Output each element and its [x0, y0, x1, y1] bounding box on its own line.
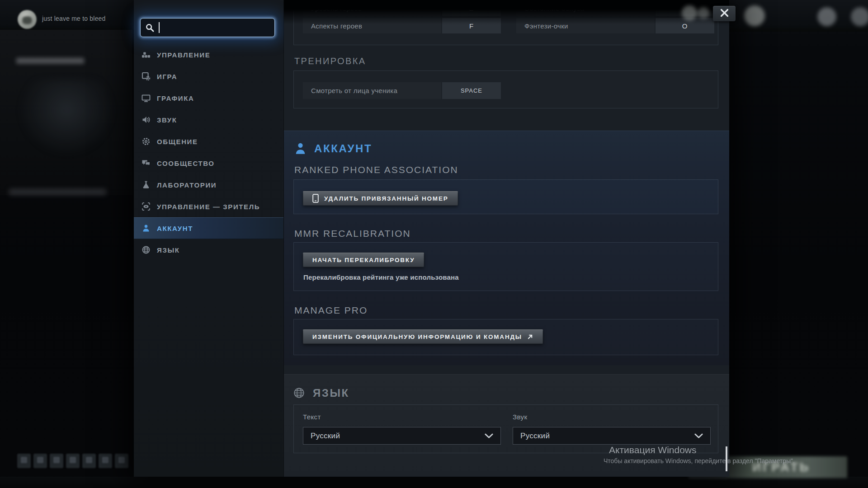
sidebar-item-label: ЗВУК — [157, 116, 177, 124]
search-icon — [145, 23, 155, 33]
search-box[interactable] — [140, 18, 275, 37]
sidebar-item-video[interactable]: ГРАФИКА — [134, 87, 283, 109]
account-section-header: АККАУНТ — [295, 142, 372, 155]
sidebar-item-label: ОБЩЕНИЕ — [157, 138, 198, 145]
sidebar-item-spectator[interactable]: УПРАВЛЕНИЕ — ЗРИТЕЛЬ — [134, 196, 283, 217]
close-icon — [720, 9, 729, 19]
globe-icon — [142, 245, 151, 254]
mmr-header: MMR RECALIBRATION — [294, 228, 411, 239]
hero-showcase — [0, 30, 132, 195]
sidebar-item-label: СООБЩЕСТВО — [157, 160, 215, 167]
windows-activation-title: Активация Windows — [609, 445, 697, 455]
audio-language-dropdown[interactable]: Русский — [513, 427, 711, 445]
speaker-icon — [142, 115, 151, 124]
manage-pro-header: MANAGE PRO — [294, 305, 368, 316]
chat-icon — [142, 159, 151, 168]
phone-icon — [312, 194, 319, 203]
status-text: just leave me to bleed — [42, 15, 106, 22]
flask-icon — [142, 180, 151, 189]
sidebar-item-game[interactable]: ИГРА — [134, 66, 283, 87]
hotkey-label: Фэнтези-очки — [516, 18, 655, 33]
person-icon — [142, 224, 151, 233]
chevron-down-icon — [694, 433, 703, 439]
remove-phone-button[interactable]: УДАЛИТЬ ПРИВЯЗАННЫЙ НОМЕР — [303, 191, 458, 206]
hotkey-binding[interactable]: O — [656, 18, 714, 33]
background-blob — [698, 7, 709, 19]
sidebar-item-label: ЯЗЫК — [157, 246, 179, 254]
sidebar-item-account[interactable]: АККАУНТ — [134, 217, 283, 239]
person-icon — [295, 142, 306, 155]
hotkey-binding[interactable]: F — [442, 18, 501, 33]
close-button[interactable] — [713, 6, 736, 21]
game-icon — [142, 72, 151, 81]
sidebar-item-language[interactable]: ЯЗЫК — [134, 239, 283, 261]
sidebar-item-label: ГРАФИКА — [157, 94, 194, 102]
text-language-dropdown[interactable]: Русский — [303, 427, 501, 445]
language-section-header: ЯЗЫК — [293, 386, 349, 399]
ranked-phone-header: RANKED PHONE ASSOCIATION — [294, 164, 458, 175]
hotkey-label: Состояние бонуса — [516, 0, 655, 16]
training-panel: Смотреть от лица ученика SPACE — [293, 70, 718, 108]
hotkey-binding[interactable]: SPACE — [442, 82, 501, 99]
mmr-panel: НАЧАТЬ ПЕРЕКАЛИБРОВКУ Перекалибровка рей… — [293, 242, 718, 291]
background-blob — [851, 7, 868, 26]
background-bottom-strip — [0, 477, 868, 488]
sidebar-item-label: УПРАВЛЕНИЕ — [157, 51, 210, 59]
training-header: ТРЕНИРОВКА — [294, 56, 366, 66]
gear-icon — [142, 137, 151, 146]
background-blob — [817, 7, 836, 26]
sidebar-item-label: ЛАБОРАТОРИИ — [157, 181, 217, 189]
sidebar-item-label: УПРАВЛЕНИЕ — ЗРИТЕЛЬ — [157, 203, 260, 211]
spectator-eye-icon — [142, 202, 151, 211]
chevron-down-icon — [485, 433, 493, 439]
hotkey-label: Уровень героев — [303, 0, 441, 16]
hotkey-label: Смотреть от лица ученика — [303, 82, 441, 99]
manage-pro-panel: ИЗМЕНИТЬ ОФИЦИАЛЬНУЮ ИНФОРМАЦИЮ И КОМАНД… — [293, 319, 718, 355]
sidebar-item-communication[interactable]: ОБЩЕНИЕ — [134, 131, 283, 152]
text-language-label: Текст — [303, 413, 321, 421]
search-input[interactable] — [160, 19, 270, 37]
settings-content: АККАУНТ RANKED PHONE ASSOCIATION УДАЛИТЬ… — [284, 0, 729, 477]
sidebar-menu: УПРАВЛЕНИЕИГРАГРАФИКАЗВУКОБЩЕНИЕСООБЩЕСТ… — [134, 44, 283, 261]
account-section: АККАУНТ RANKED PHONE ASSOCIATION УДАЛИТЬ… — [284, 131, 729, 365]
controls-icon — [142, 50, 151, 59]
mmr-note: Перекалибровка рейтинга уже использована — [303, 273, 459, 281]
start-recalibration-button[interactable]: НАЧАТЬ ПЕРЕКАЛИБРОВКУ — [303, 253, 424, 267]
sidebar-item-controls[interactable]: УПРАВЛЕНИЕ — [134, 44, 283, 66]
cursor-bar — [726, 446, 727, 471]
hotkey-label: Аспекты героев — [303, 18, 441, 33]
windows-activation-subtitle: Чтобы активировать Windows, перейдите в … — [604, 457, 795, 465]
sidebar-item-labs[interactable]: ЛАБОРАТОРИИ — [134, 174, 283, 196]
audio-language-label: Звук — [513, 413, 527, 421]
sidebar-item-audio[interactable]: ЗВУК — [134, 109, 283, 131]
settings-sidebar: УПРАВЛЕНИЕИГРАГРАФИКАЗВУКОБЩЕНИЕСООБЩЕСТ… — [134, 0, 284, 477]
sidebar-item-label: ИГРА — [157, 73, 177, 80]
monitor-icon — [142, 94, 151, 103]
ranked-phone-panel: УДАЛИТЬ ПРИВЯЗАННЫЙ НОМЕР — [293, 179, 718, 214]
external-link-icon — [527, 333, 533, 340]
sidebar-item-label: АККАУНТ — [157, 225, 193, 232]
sidebar-item-community[interactable]: СООБЩЕСТВО — [134, 152, 283, 174]
avatar — [18, 10, 37, 29]
background-blob — [744, 5, 765, 26]
edit-pro-info-button[interactable]: ИЗМЕНИТЬ ОФИЦИАЛЬНУЮ ИНФОРМАЦИЮ И КОМАНД… — [303, 329, 543, 344]
globe-icon — [293, 386, 305, 399]
hotkeys-panel: Уровень героев E Состояние бонуса P Аспе… — [293, 0, 718, 45]
hotkey-binding[interactable]: E — [442, 0, 501, 16]
background-blob — [682, 5, 697, 21]
